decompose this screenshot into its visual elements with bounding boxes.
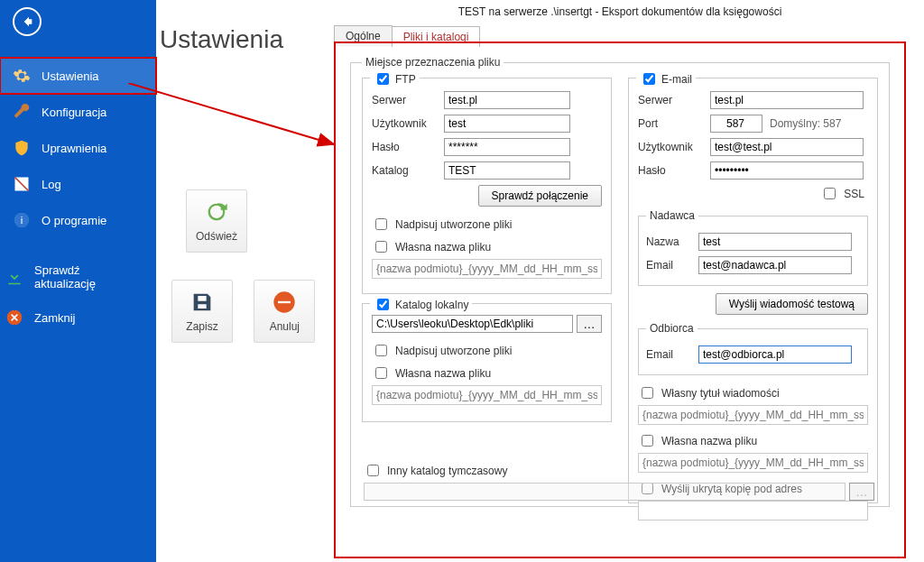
save-icon — [189, 290, 215, 315]
sidebar-item-label: Sprawdź aktualizację — [34, 263, 143, 290]
ftp-pass-label: Hasło — [372, 141, 437, 153]
recipient-legend: Odbiorca — [646, 322, 698, 335]
svg-text:i: i — [21, 214, 23, 226]
sender-email-input[interactable] — [698, 256, 852, 274]
email-pass-input[interactable] — [710, 161, 864, 180]
email-server-label: Serwer — [638, 94, 703, 106]
email-own-name-checkbox[interactable] — [642, 435, 653, 447]
recipient-email-input[interactable] — [698, 345, 852, 364]
local-path-input[interactable] — [372, 315, 573, 333]
save-button[interactable]: Zapisz — [171, 280, 233, 343]
recipient-email-label: Email — [646, 348, 691, 361]
ftp-overwrite-checkbox[interactable] — [375, 218, 387, 230]
ftp-pass-input[interactable] — [444, 138, 570, 156]
sender-legend: Nadawca — [646, 209, 698, 222]
close-icon — [5, 309, 23, 327]
ftp-user-label: Użytkownik — [372, 117, 437, 130]
local-browse-button[interactable]: … — [577, 315, 602, 333]
annotation-arrow — [128, 83, 337, 148]
refresh-button[interactable]: Odśwież — [186, 189, 247, 253]
email-port-hint: Domyślny: 587 — [770, 117, 841, 130]
email-legend-label: E-mail — [661, 73, 692, 86]
action-buttons: Odśwież Zapisz Anuluj — [171, 189, 329, 343]
ftp-dir-input[interactable] — [444, 161, 570, 180]
info-icon: i — [13, 211, 31, 229]
refresh-label: Odśwież — [196, 230, 237, 243]
sidebar-item-aktualizacje[interactable]: Sprawdź aktualizację — [0, 254, 156, 299]
sidebar: Ustawienia Konfiguracja Uprawnienia Log … — [0, 0, 156, 562]
sidebar-item-label: Log — [42, 178, 61, 191]
email-port-input[interactable] — [710, 115, 762, 133]
cancel-button[interactable]: Anuluj — [254, 280, 315, 343]
ftp-dir-label: Katalog — [372, 164, 437, 177]
gear-icon — [13, 67, 31, 85]
email-own-subject-input — [638, 405, 868, 425]
email-ssl-label: SSL — [844, 188, 864, 200]
ftp-server-input[interactable] — [444, 91, 570, 109]
sidebar-item-label: O programie — [42, 214, 106, 227]
fieldset-recipient: Odbiorca Email — [638, 322, 868, 375]
sender-name-input[interactable] — [698, 233, 852, 251]
local-overwrite-checkbox[interactable] — [375, 345, 387, 356]
fieldset-sender: Nadawca Nazwa Email — [638, 209, 868, 286]
sidebar-item-label: Konfiguracja — [42, 106, 106, 119]
email-user-label: Użytkownik — [638, 141, 703, 153]
sidebar-item-label: Zamknij — [34, 311, 76, 325]
sidebar-item-log[interactable]: Log — [0, 166, 156, 202]
log-icon — [13, 175, 31, 193]
tmp-checkbox[interactable] — [367, 465, 379, 476]
tmp-browse-button: … — [849, 483, 874, 501]
email-own-subject-checkbox[interactable] — [642, 387, 653, 399]
group-email: E-mail Serwer Port Domyślny: 587 Użytkow… — [628, 78, 878, 503]
email-bcc-input[interactable] — [638, 501, 868, 521]
sidebar-item-ustawienia[interactable]: Ustawienia — [0, 58, 156, 94]
shield-icon — [13, 139, 31, 157]
back-button[interactable] — [13, 7, 42, 36]
ftp-user-input[interactable] — [444, 115, 570, 133]
sidebar-item-uprawnienia[interactable]: Uprawnienia — [0, 130, 156, 166]
save-label: Zapisz — [186, 320, 217, 333]
group-temp-dir: Inny katalog tymczasowy … — [364, 456, 874, 501]
svg-rect-6 — [278, 301, 291, 303]
local-checkbox[interactable] — [377, 299, 389, 310]
local-ownname-input — [372, 385, 602, 405]
fieldset-destination: Miejsce przeznaczenia pliku FTP Serwer U… — [350, 56, 890, 507]
group-local: Katalog lokalny … Nadpisuj utworzone pli… — [362, 303, 612, 422]
page-title: Ustawienia — [156, 25, 283, 54]
ftp-server-label: Serwer — [372, 94, 437, 106]
download-icon — [5, 268, 23, 286]
email-port-label: Port — [638, 117, 703, 130]
local-overwrite-label: Nadpisuj utworzone pliki — [395, 345, 512, 357]
window-title: TEST na serwerze .\insertgt - Eksport do… — [334, 5, 906, 18]
tmp-path-input — [364, 483, 845, 501]
email-own-name-label: Własna nazwa pliku — [661, 435, 757, 447]
fieldset-destination-legend: Miejsce przeznaczenia pliku — [362, 56, 504, 69]
sidebar-item-zamknij[interactable]: Zamknij — [0, 299, 156, 336]
cancel-label: Anuluj — [270, 320, 300, 333]
ftp-check-button[interactable]: Sprawdź połączenie — [478, 185, 602, 207]
refresh-icon — [204, 199, 229, 225]
sidebar-item-label: Uprawnienia — [42, 142, 106, 155]
email-test-button[interactable]: Wyślij wiadomość testową — [716, 293, 868, 315]
local-ownname-label: Własna nazwa pliku — [395, 367, 491, 380]
sidebar-item-oprogramie[interactable]: i O programie — [0, 202, 156, 238]
local-legend-label: Katalog lokalny — [395, 299, 468, 311]
ftp-legend-label: FTP — [395, 73, 416, 86]
svg-line-4 — [128, 83, 334, 144]
tmp-label: Inny katalog tymczasowy — [387, 465, 507, 477]
ftp-overwrite-label: Nadpisuj utworzone pliki — [395, 218, 512, 231]
sidebar-item-konfiguracja[interactable]: Konfiguracja — [0, 94, 156, 130]
email-own-subject-label: Własny tytuł wiadomości — [661, 387, 780, 400]
sidebar-item-label: Ustawienia — [42, 69, 99, 83]
email-checkbox[interactable] — [643, 73, 655, 85]
email-user-input[interactable] — [710, 138, 864, 156]
ftp-checkbox[interactable] — [377, 73, 389, 85]
wrench-icon — [13, 103, 31, 121]
ftp-ownname-checkbox[interactable] — [375, 241, 387, 253]
email-ssl-checkbox[interactable] — [824, 188, 836, 199]
local-ownname-checkbox[interactable] — [375, 367, 387, 379]
email-server-input[interactable] — [710, 91, 864, 109]
ftp-ownname-input — [372, 259, 602, 279]
sender-name-label: Nazwa — [646, 235, 691, 248]
email-pass-label: Hasło — [638, 164, 703, 177]
